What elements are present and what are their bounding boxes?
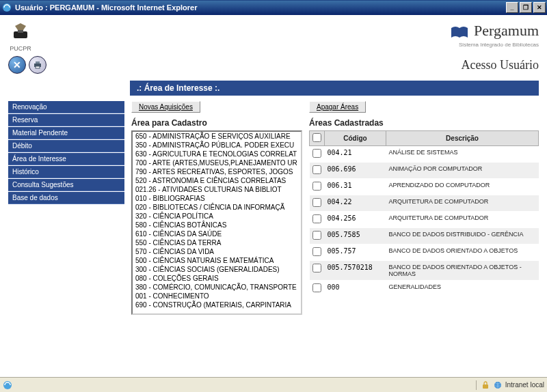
- row-code: 000: [325, 281, 386, 297]
- globe-icon: [493, 380, 503, 390]
- brand-name: Pergamum: [474, 22, 539, 39]
- listbox-item[interactable]: 690 - CONSTRUÇÃO (MATERIAIS, CARPINTARIA: [133, 300, 301, 309]
- printer-icon: [33, 60, 42, 70]
- sidebar-item[interactable]: Área de Interesse: [8, 153, 124, 165]
- table-row: 000GENERALIDADES: [310, 281, 539, 297]
- print-button[interactable]: [29, 56, 46, 74]
- novas-aquisicoes-button[interactable]: Novas Aquisições: [131, 101, 200, 113]
- row-desc: GENERALIDADES: [386, 281, 539, 297]
- listbox-item[interactable]: 630 - AGRICULTURA E TECNOLOGIAS CORRELAT: [133, 150, 301, 158]
- sidebar-item[interactable]: Reserva: [8, 114, 124, 126]
- sidebar-item[interactable]: Consulta Sugestões: [8, 179, 124, 191]
- listbox-item[interactable]: 350 - ADMINISTRAÇÃO PÚBLICA. PODER EXECU: [133, 141, 301, 150]
- svg-rect-4: [36, 61, 40, 64]
- brand-subtitle: Sistema Integrado de Bibliotecas: [450, 42, 539, 48]
- table-row: 005.757BANCO DE DADOS ORIENTADO A OBJETO…: [310, 244, 539, 261]
- listbox-item[interactable]: 700 - ARTE (ARTES,MUSEUS,PLANEJAMENTO UR: [133, 158, 301, 167]
- row-desc: BANCO DE DADOS ORIENTADO A OBJETOS: [386, 244, 539, 261]
- maximize-button[interactable]: ❐: [520, 2, 532, 13]
- listbox-item[interactable]: 570 - CIÊNCIAS DA VIDA: [133, 247, 301, 256]
- th-codigo: Código: [325, 131, 386, 146]
- row-desc: BANCO DE DADOS DISTRIBUIDO - GERÊNCIA: [386, 228, 539, 244]
- row-checkbox[interactable]: [312, 165, 321, 174]
- listbox-item[interactable]: 580 - CIÊNCIAS BOTÂNICAS: [133, 221, 301, 229]
- sidebar-item[interactable]: Material Pendente: [8, 127, 124, 139]
- table-row: 005.7585BANCO DE DADOS DISTRIBUIDO - GER…: [310, 228, 539, 244]
- th-descricao: Descrição: [386, 131, 539, 146]
- areas-cadastradas-title: Áreas Cadastradas: [309, 118, 539, 128]
- row-checkbox[interactable]: [312, 149, 321, 158]
- areas-cadastradas-table: Código Descrição 004.21ANÁLISE DE SISTEM…: [309, 130, 539, 297]
- table-row: 005.7570218BANCO DE DADOS ORIENTADO A OB…: [310, 261, 539, 281]
- listbox-item[interactable]: 080 - COLEÇÕES GERAIS: [133, 274, 301, 283]
- listbox-item[interactable]: 001 - CONHECIMENTO: [133, 292, 301, 300]
- area-cadastro-listbox[interactable]: 650 - ADMINISTRAÇÃO E SERVIÇOS AUXILIARE…: [131, 130, 302, 315]
- row-code: 004.22: [325, 195, 386, 212]
- listbox-item[interactable]: 500 - CIÊNCIAS NATURAIS E MATEMÁTICA: [133, 256, 301, 265]
- status-zone: Intranet local: [505, 381, 544, 389]
- row-code: 006.31: [325, 179, 386, 195]
- section-header: .: Área de Interesse :.: [130, 81, 539, 96]
- sidebar-item[interactable]: Renovação: [8, 101, 124, 113]
- table-row: 006.696ANIMAÇÃO POR COMPUTADOR: [310, 163, 539, 179]
- listbox-item[interactable]: 021.26 - ATIVIDADES CULTURAIS NA BIBLIOT: [133, 185, 301, 194]
- pergamum-logo: Pergamum Sistema Integrado de Biblioteca…: [450, 22, 539, 48]
- listbox-item[interactable]: 520 - ASTRONOMIA E CIÊNCIAS CORRELATAS: [133, 176, 301, 185]
- row-checkbox[interactable]: [312, 198, 321, 207]
- apagar-areas-button[interactable]: Apagar Áreas: [309, 101, 366, 113]
- row-code: 005.7585: [325, 228, 386, 244]
- sidebar-item[interactable]: Histórico: [8, 166, 124, 178]
- row-code: 006.696: [325, 163, 386, 179]
- row-desc: APRENDIZADO DO COMPUTADOR: [386, 179, 539, 195]
- row-checkbox[interactable]: [312, 247, 321, 256]
- row-checkbox[interactable]: [312, 182, 321, 191]
- row-desc: ANÁLISE DE SISTEMAS: [386, 146, 539, 163]
- table-row: 004.256ARQUITETURA DE COMPUTADOR: [310, 212, 539, 228]
- close-panel-button[interactable]: ✕: [8, 56, 26, 74]
- row-desc: ANIMAÇÃO POR COMPUTADOR: [386, 163, 539, 179]
- pucpr-logo: PUCPR: [8, 22, 33, 52]
- minimize-button[interactable]: _: [506, 2, 518, 13]
- row-desc: ARQUITETURA DE COMPUTADOR: [386, 212, 539, 228]
- row-checkbox[interactable]: [312, 283, 321, 292]
- row-desc: BANCO DE DADOS ORIENTADO A OBJETOS - NOR…: [386, 261, 539, 281]
- window-titlebar: Usuário : PERGAMUM - Microsoft Internet …: [0, 0, 547, 15]
- window-title: Usuário : PERGAMUM - Microsoft Internet …: [15, 3, 506, 12]
- sidebar-menu: RenovaçãoReservaMaterial PendenteDébitoÁ…: [8, 101, 124, 315]
- page-body: PUCPR Pergamum Sistema Integrado de Bibl…: [0, 15, 547, 377]
- table-row: 004.22ARQUITETURA DE COMPUTADOR: [310, 195, 539, 212]
- listbox-item[interactable]: 300 - CIÊNCIAS SOCIAIS (GENERALIDADES): [133, 265, 301, 274]
- svg-rect-2: [18, 30, 23, 33]
- listbox-item[interactable]: 650 - ADMINISTRAÇÃO E SERVIÇOS AUXILIARE: [133, 132, 301, 141]
- ie-icon: [1, 2, 12, 13]
- access-user-label: Acesso Usuário: [462, 58, 539, 72]
- close-button[interactable]: ✕: [533, 2, 546, 13]
- area-cadastro-title: Área para Cadastro: [131, 118, 302, 128]
- listbox-item[interactable]: 010 - BIBLIOGRAFIAS: [133, 194, 301, 203]
- pergamum-book-icon: [450, 25, 469, 42]
- row-checkbox[interactable]: [312, 264, 321, 272]
- row-checkbox[interactable]: [312, 214, 321, 223]
- row-checkbox[interactable]: [312, 231, 321, 240]
- listbox-item[interactable]: 320 - CIÊNCIA POLÍTICA: [133, 212, 301, 221]
- listbox-item[interactable]: 610 - CIÊNCIAS DA SAÚDE: [133, 229, 301, 238]
- status-bar: Intranet local: [0, 377, 547, 392]
- row-code: 004.256: [325, 212, 386, 228]
- row-desc: ARQUITETURA DE COMPUTADOR: [386, 195, 539, 212]
- listbox-item[interactable]: 550 - CIÊNCIAS DA TERRA: [133, 238, 301, 247]
- row-code: 005.7570218: [325, 261, 386, 281]
- listbox-item[interactable]: 020 - BIBLIOTECAS / CIÊNCIA DA INFORMAÇÃ: [133, 203, 301, 212]
- pucpr-label: PUCPR: [8, 45, 33, 52]
- select-all-checkbox[interactable]: [312, 133, 321, 142]
- table-row: 004.21ANÁLISE DE SISTEMAS: [310, 146, 539, 163]
- svg-rect-5: [36, 66, 40, 68]
- row-code: 004.21: [325, 146, 386, 163]
- lock-icon: [481, 380, 490, 390]
- listbox-item[interactable]: 790 - ARTES RECREATIVAS, ESPORTES, JOGOS: [133, 167, 301, 176]
- row-code: 005.757: [325, 244, 386, 261]
- ie-status-icon: [3, 380, 12, 390]
- listbox-item[interactable]: 380 - COMÉRCIO, COMUNICAÇÃO, TRANSPORTE: [133, 283, 301, 292]
- pucpr-crest-icon: [8, 22, 33, 42]
- sidebar-item[interactable]: Débito: [8, 140, 124, 152]
- sidebar-item[interactable]: Base de dados: [8, 192, 124, 204]
